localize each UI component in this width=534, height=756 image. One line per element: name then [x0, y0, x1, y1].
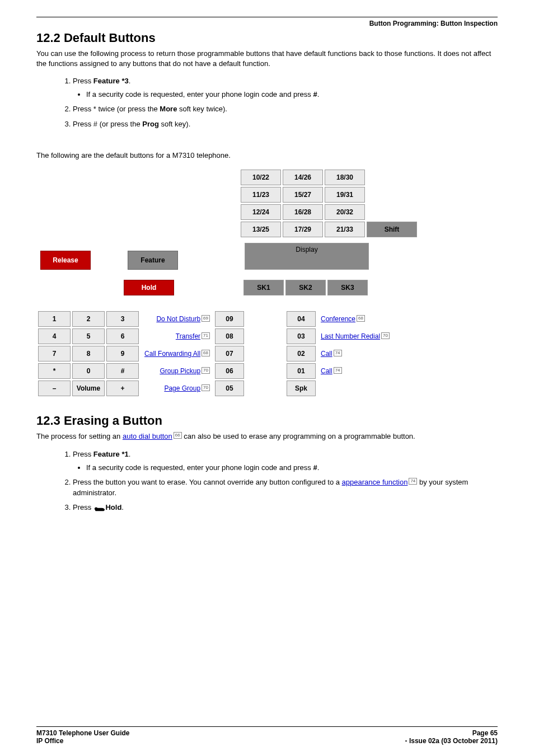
call-forwarding-all-link[interactable]: Call Forwarding All [144, 350, 200, 358]
text: Press * twice (or press the [73, 105, 160, 113]
prog-button: 09 [215, 311, 244, 327]
button-label-right: Last Number Redial70 [317, 328, 496, 344]
prog-button: 04 [287, 311, 316, 327]
button-label-right: Conference68 [317, 311, 496, 327]
last-number-redial-link[interactable]: Last Number Redial [321, 332, 380, 340]
page-group-link[interactable]: Page Group [164, 384, 200, 392]
keypad-key: 8 [72, 346, 105, 361]
call-link[interactable]: Call [321, 350, 332, 358]
page-ref: 70 [381, 332, 390, 339]
text: soft key twice). [177, 105, 227, 113]
hold-icon [93, 505, 104, 510]
phone-button: 20/32 [325, 204, 365, 220]
text: Press [73, 450, 93, 458]
keypad-key: Volume [72, 381, 105, 396]
conference-link[interactable]: Conference [321, 315, 355, 323]
page-ref: 74 [334, 350, 342, 356]
footer-product: IP Office [36, 737, 63, 745]
section1-intro: You can use the following process to ret… [36, 49, 498, 68]
text: . [129, 450, 131, 458]
footer-rule [36, 726, 498, 727]
auto-dial-button-link[interactable]: auto dial button [123, 432, 172, 440]
keypad-key: 9 [106, 346, 139, 361]
softkey-button: SK3 [327, 280, 368, 295]
section2-steps: Press Feature *1. If a security code is … [36, 449, 498, 513]
phone-button: 21/33 [325, 222, 365, 237]
prog-button: 03 [287, 328, 316, 344]
text: . [317, 463, 320, 472]
prog-button: 02 [287, 346, 316, 361]
feature-button: Feature [128, 251, 178, 270]
following-text: The following are the default buttons fo… [36, 151, 498, 161]
phone-button: 15/27 [283, 187, 323, 203]
button-label-left: Do Not Disturb69 [140, 311, 213, 327]
keypad-key: – [38, 381, 71, 396]
text-bold: Prog [142, 120, 159, 128]
release-button: Release [40, 251, 91, 270]
keypad-key: 0 [72, 363, 105, 379]
hold-button: Hold [124, 280, 174, 295]
text: Press the button you want to erase. You … [73, 478, 342, 486]
section2-step3: Press Hold. [73, 503, 498, 513]
section-heading-default-buttons: 12.2 Default Buttons [36, 31, 498, 45]
keypad-key: + [106, 381, 139, 396]
section2-step1: Press Feature *1. If a security code is … [73, 449, 498, 473]
softkey-button: SK2 [285, 280, 326, 295]
text-bold: Feature *3 [93, 77, 129, 85]
section2-intro: The process for setting an auto dial but… [36, 431, 498, 442]
section1-step3: Press # (or press the Prog soft key). [73, 119, 498, 129]
prog-button: 07 [215, 346, 244, 361]
prog-button: 06 [215, 363, 244, 379]
text: soft key). [159, 120, 190, 128]
page-ref: 74 [334, 367, 342, 374]
footer-page-number: Page 65 [472, 729, 498, 737]
prog-button: 08 [215, 328, 244, 344]
display: Display [245, 243, 369, 270]
button-label-left: Group Pickup70 [140, 363, 213, 379]
page-ref: 66 [174, 432, 182, 439]
appearance-function-link[interactable]: appearance function [342, 478, 408, 486]
keypad-key: 6 [106, 328, 139, 344]
page-ref: 68 [357, 315, 365, 322]
phone-button: 16/28 [283, 204, 323, 220]
phone-button: 18/30 [325, 170, 365, 185]
page-ref: 70 [202, 367, 210, 374]
text: . [129, 77, 131, 85]
button-label-right [317, 381, 496, 396]
section1-steps: Press Feature *3. If a security code is … [36, 76, 498, 129]
prog-button: 05 [215, 381, 244, 396]
button-label-left: Page Group70 [140, 381, 213, 396]
phone-layout: 10/22 14/26 18/30 11/23 15/27 19/31 12/2… [36, 168, 498, 398]
text: can also be used to erase any programmin… [182, 432, 415, 440]
text: . [121, 503, 124, 511]
button-label-left: Call Forwarding All68 [140, 346, 213, 361]
prog-button: Spk [287, 381, 316, 396]
button-label-left: Transfer71 [140, 328, 213, 344]
do-not-disturb-link[interactable]: Do Not Disturb [156, 315, 200, 323]
keypad-key: 7 [38, 346, 71, 361]
text-bold: More [160, 105, 177, 113]
button-label-right: Call74 [317, 346, 496, 361]
page-ref: 68 [202, 350, 210, 356]
page-footer: M7310 Telephone User Guide Page 65 IP Of… [36, 726, 498, 745]
keypad-key: 4 [38, 328, 71, 344]
call-link[interactable]: Call [321, 367, 332, 375]
prog-button: 01 [287, 363, 316, 379]
text-bold: Feature *1 [93, 450, 129, 458]
keypad-key: 3 [106, 311, 139, 327]
text: . [317, 90, 320, 98]
section1-step1-bullet: If a security code is requested, enter y… [86, 90, 498, 100]
text-bold: # [313, 463, 317, 472]
keypad-key: 5 [72, 328, 105, 344]
phone-button: 17/29 [283, 222, 323, 237]
section2-step1-bullet: If a security code is requested, enter y… [86, 463, 498, 473]
group-pickup-link[interactable]: Group Pickup [160, 367, 200, 375]
phone-button: 13/25 [241, 222, 281, 237]
text: If a security code is requested, enter y… [86, 463, 313, 472]
page-ref: 74 [409, 478, 417, 485]
text: Press # (or press the [73, 120, 142, 128]
page-ref: 69 [202, 315, 210, 322]
shift-button: Shift [367, 222, 417, 237]
transfer-link[interactable]: Transfer [176, 332, 200, 340]
softkey-button: SK1 [243, 280, 284, 295]
